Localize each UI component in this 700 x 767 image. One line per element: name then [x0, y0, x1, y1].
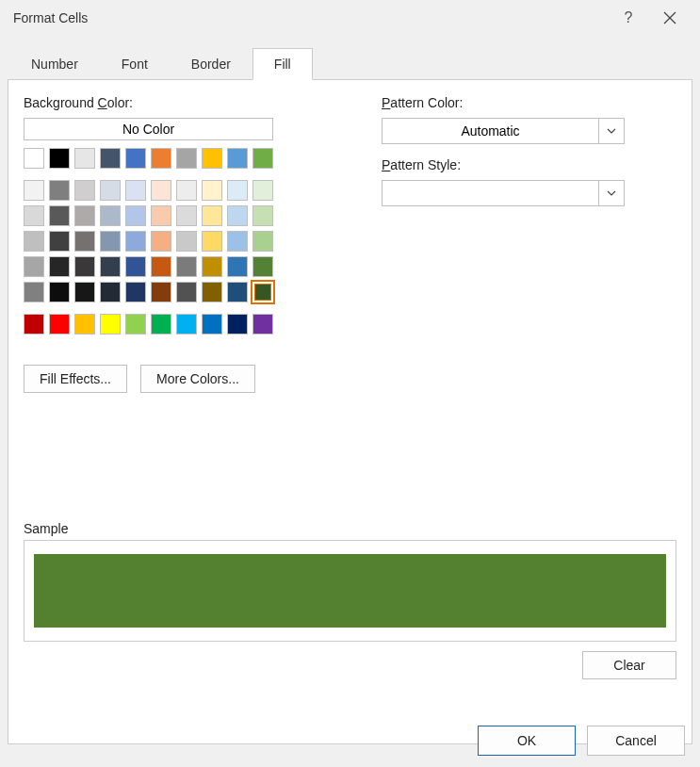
color-swatch[interactable] — [100, 282, 121, 302]
color-swatch[interactable] — [125, 231, 146, 252]
color-swatch[interactable] — [100, 180, 121, 201]
color-swatch[interactable] — [202, 148, 222, 169]
color-swatch[interactable] — [125, 314, 146, 335]
ok-button[interactable]: OK — [478, 726, 576, 756]
color-swatch[interactable] — [125, 256, 146, 277]
color-swatch[interactable] — [74, 148, 95, 169]
pattern-style-label: Pattern Style: — [382, 157, 676, 172]
color-swatch[interactable] — [151, 180, 171, 201]
pattern-style-dropdown-button[interactable] — [598, 180, 625, 206]
color-swatch[interactable] — [252, 282, 273, 302]
color-swatch[interactable] — [24, 231, 44, 252]
color-swatch[interactable] — [49, 180, 70, 201]
color-swatch[interactable] — [176, 256, 197, 277]
pattern-style-value — [382, 180, 598, 206]
color-swatch[interactable] — [49, 314, 70, 335]
color-swatch[interactable] — [74, 314, 95, 335]
color-swatch[interactable] — [125, 148, 146, 169]
tab-number[interactable]: Number — [9, 48, 100, 80]
color-swatch[interactable] — [176, 205, 197, 226]
background-color-section: Background Color: No Color Fill Effects.… — [24, 95, 325, 393]
color-swatch[interactable] — [176, 148, 197, 169]
color-swatch[interactable] — [202, 282, 222, 302]
sample-label: Sample — [24, 521, 676, 536]
color-swatch[interactable] — [74, 256, 95, 277]
color-swatch[interactable] — [227, 256, 248, 277]
color-swatch[interactable] — [252, 231, 273, 252]
color-swatch[interactable] — [24, 180, 44, 201]
pattern-color-label: Pattern Color: — [382, 95, 676, 110]
color-swatch[interactable] — [252, 148, 273, 169]
color-swatch[interactable] — [176, 282, 197, 302]
color-swatch[interactable] — [227, 205, 248, 226]
color-swatch[interactable] — [151, 256, 171, 277]
color-swatch[interactable] — [227, 148, 248, 169]
color-swatch[interactable] — [100, 256, 121, 277]
close-button[interactable] — [649, 11, 691, 24]
color-swatch[interactable] — [24, 205, 44, 226]
no-color-button[interactable]: No Color — [24, 118, 273, 140]
help-button[interactable]: ? — [608, 9, 649, 26]
color-swatch[interactable] — [24, 314, 44, 335]
tab-panel-fill: Background Color: No Color Fill Effects.… — [8, 79, 692, 744]
format-cells-dialog: Format Cells ? Number Font Border Fill B… — [0, 0, 700, 767]
color-swatch[interactable] — [100, 231, 121, 252]
clear-button[interactable]: Clear — [582, 651, 676, 679]
color-swatch[interactable] — [49, 256, 70, 277]
color-swatch[interactable] — [227, 231, 248, 252]
theme-colors-header-row — [24, 148, 273, 169]
pattern-style-dropdown[interactable] — [382, 180, 625, 206]
color-swatch[interactable] — [202, 205, 222, 226]
color-swatch[interactable] — [252, 180, 273, 201]
color-swatch[interactable] — [100, 148, 121, 169]
color-swatch[interactable] — [74, 180, 95, 201]
color-swatch[interactable] — [227, 282, 248, 302]
sample-preview — [34, 554, 666, 628]
color-swatch[interactable] — [202, 314, 222, 335]
color-swatch[interactable] — [125, 205, 146, 226]
color-swatch[interactable] — [49, 231, 70, 252]
color-swatch[interactable] — [74, 231, 95, 252]
color-swatch[interactable] — [176, 231, 197, 252]
more-colors-button[interactable]: More Colors... — [140, 365, 255, 393]
color-swatch[interactable] — [24, 256, 44, 277]
cancel-button[interactable]: Cancel — [587, 726, 685, 756]
color-swatch[interactable] — [24, 148, 44, 169]
color-swatch[interactable] — [49, 205, 70, 226]
color-swatch[interactable] — [151, 231, 171, 252]
color-swatch[interactable] — [202, 180, 222, 201]
color-swatch[interactable] — [125, 180, 146, 201]
color-swatch[interactable] — [151, 282, 171, 302]
fill-effects-button[interactable]: Fill Effects... — [24, 365, 127, 393]
color-swatch[interactable] — [49, 148, 70, 169]
tab-border[interactable]: Border — [170, 48, 252, 80]
background-color-label: Background Color: — [24, 95, 325, 110]
color-swatch[interactable] — [151, 205, 171, 226]
color-swatch[interactable] — [125, 282, 146, 302]
color-swatch[interactable] — [252, 205, 273, 226]
color-swatch[interactable] — [252, 256, 273, 277]
tab-font[interactable]: Font — [100, 48, 170, 80]
color-swatch[interactable] — [74, 282, 95, 302]
pattern-color-dropdown-button[interactable] — [598, 118, 625, 144]
color-swatch[interactable] — [176, 180, 197, 201]
color-swatch[interactable] — [202, 231, 222, 252]
color-swatch[interactable] — [252, 314, 273, 335]
dialog-title: Format Cells — [13, 10, 88, 25]
color-swatch[interactable] — [151, 148, 171, 169]
pattern-section: Pattern Color: Automatic Pattern Style: — [382, 95, 676, 393]
color-swatch[interactable] — [24, 282, 44, 302]
color-swatch[interactable] — [227, 314, 248, 335]
color-swatch[interactable] — [227, 180, 248, 201]
color-swatch[interactable] — [202, 256, 222, 277]
pattern-color-dropdown[interactable]: Automatic — [382, 118, 625, 144]
color-swatch[interactable] — [49, 282, 70, 302]
color-swatch[interactable] — [74, 205, 95, 226]
color-swatch[interactable] — [176, 314, 197, 335]
color-swatch[interactable] — [100, 314, 121, 335]
tab-fill[interactable]: Fill — [252, 48, 313, 80]
color-swatch[interactable] — [151, 314, 171, 335]
chevron-down-icon — [607, 126, 616, 136]
pattern-color-value: Automatic — [382, 118, 598, 144]
color-swatch[interactable] — [100, 205, 121, 226]
